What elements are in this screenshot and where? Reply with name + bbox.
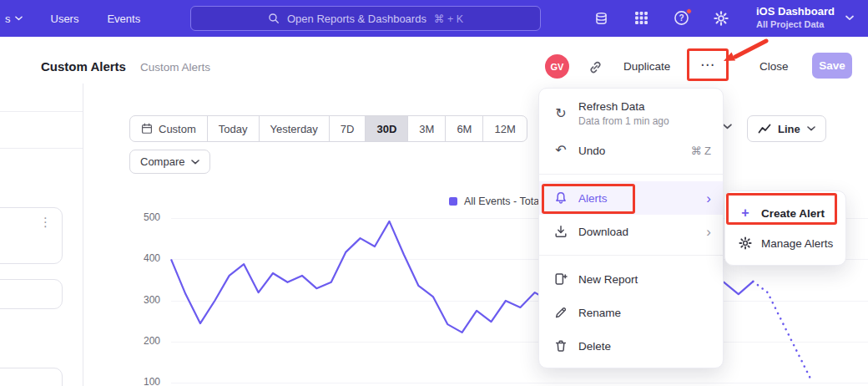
top-navbar: s Users Events Open Reports & Dashboards… — [0, 0, 868, 37]
alerts-submenu: + Create Alert Manage Alerts — [724, 190, 846, 266]
menu-item-shortcut: ⌘ Z — [690, 145, 711, 157]
menu-item-label: Rename — [578, 307, 621, 319]
sidebar-divider — [0, 148, 83, 149]
report-header — [0, 37, 868, 84]
save-button[interactable]: Save — [812, 53, 852, 79]
legend-label: All Events - Total — [464, 196, 542, 207]
help-icon[interactable]: ? — [674, 10, 690, 25]
search-placeholder: Open Reports & Dashboards — [287, 13, 426, 25]
date-range-custom[interactable]: Custom — [130, 116, 207, 141]
chevron-right-icon: › — [706, 191, 711, 206]
y-axis-tick: 500 — [125, 211, 160, 223]
project-switcher[interactable]: iOS Dashboard All Project Data — [756, 5, 835, 29]
breadcrumb: Custom Alerts — [140, 61, 210, 74]
y-axis-tick: 200 — [125, 335, 160, 347]
close-button[interactable]: Close — [760, 60, 789, 73]
y-axis-tick: 100 — [125, 376, 160, 386]
search-icon — [268, 13, 280, 24]
menu-item-rename[interactable]: Rename — [539, 296, 723, 329]
menu-item-label: Delete — [578, 340, 611, 353]
app-root: s Users Events Open Reports & Dashboards… — [0, 0, 868, 386]
date-range-7d[interactable]: 7D — [329, 116, 366, 141]
date-range-12m[interactable]: 12M — [482, 116, 526, 141]
duplicate-button[interactable]: Duplicate — [623, 60, 670, 73]
sidebar-report-card[interactable]: ⋮ — [0, 207, 63, 264]
bell-icon — [553, 191, 569, 205]
undo-icon: ↶ — [553, 144, 569, 157]
menu-divider — [539, 255, 723, 256]
download-icon — [553, 225, 569, 238]
date-range-30d-selected[interactable]: 30D — [365, 116, 407, 141]
submenu-item-manage-alerts[interactable]: Manage Alerts — [725, 228, 845, 258]
avatar[interactable]: GV — [545, 54, 569, 79]
nav-events-label: Events — [107, 13, 140, 25]
chevron-down-icon — [15, 16, 23, 21]
menu-item-label: Refresh Data — [578, 100, 669, 113]
sidebar-report-card[interactable] — [0, 368, 63, 386]
global-search[interactable]: Open Reports & Dashboards ⌘ + K — [190, 6, 541, 31]
nav-item-users[interactable]: Users — [51, 13, 79, 25]
y-axis-tick: 300 — [125, 294, 160, 306]
date-range-label: 30D — [376, 123, 396, 135]
date-range-today[interactable]: Today — [207, 116, 259, 141]
compare-button[interactable]: Compare — [129, 150, 210, 174]
menu-item-label: Undo — [578, 145, 605, 157]
project-title: iOS Dashboard — [756, 5, 835, 18]
menu-item-delete[interactable]: Delete — [539, 329, 723, 363]
kebab-menu-icon[interactable]: ⋮ — [39, 215, 52, 230]
date-range-selector: Custom Today Yesterday 7D 30D 3M 6M 12M — [129, 115, 527, 142]
settings-gear-icon[interactable] — [714, 11, 730, 26]
gear-icon — [737, 236, 754, 250]
nav-partial-label: s — [5, 13, 11, 25]
project-subtitle: All Project Data — [756, 19, 835, 29]
date-range-label: Custom — [159, 123, 196, 135]
date-range-yesterday[interactable]: Yesterday — [259, 116, 329, 141]
chevron-down-icon — [845, 15, 854, 21]
submenu-item-create-alert[interactable]: + Create Alert — [725, 198, 845, 228]
submenu-item-label: Create Alert — [761, 207, 825, 220]
gridline — [171, 342, 868, 343]
menu-item-text: Refresh Data Data from 1 min ago — [578, 100, 669, 127]
refresh-icon: ↻ — [553, 107, 569, 120]
nav-users-label: Users — [51, 13, 79, 25]
nav-item-partial[interactable]: s — [5, 13, 23, 25]
search-shortcut: ⌘ + K — [434, 13, 463, 25]
reports-sidebar: ⋮ — [0, 84, 83, 386]
trash-icon — [553, 339, 569, 353]
svg-text:?: ? — [679, 13, 684, 23]
chart-type-label: Line — [778, 123, 800, 135]
notification-dot — [686, 8, 692, 14]
navbar-left-group: s Users Events — [5, 0, 140, 37]
share-link-icon[interactable] — [588, 60, 603, 74]
menu-item-refresh-data[interactable]: ↻ Refresh Data Data from 1 min ago — [539, 94, 723, 134]
menu-item-label: New Report — [578, 273, 638, 286]
chevron-down-icon[interactable] — [723, 124, 732, 130]
report-options-menu: ↻ Refresh Data Data from 1 min ago ↶ Und… — [538, 88, 724, 368]
date-range-label: 7D — [341, 123, 355, 135]
menu-item-alerts[interactable]: Alerts › — [539, 181, 723, 215]
gridline — [171, 301, 868, 302]
menu-item-new-report[interactable]: New Report — [539, 262, 723, 296]
date-range-label: Today — [219, 123, 248, 135]
data-management-icon[interactable] — [594, 11, 611, 26]
date-range-label: 12M — [494, 123, 515, 135]
menu-item-label: Alerts — [578, 192, 608, 205]
gridline — [171, 383, 868, 383]
chevron-down-icon — [191, 160, 199, 165]
legend-swatch — [449, 197, 457, 206]
more-options-button[interactable]: ⋯ — [692, 53, 724, 76]
chart-type-button[interactable]: Line — [747, 115, 826, 142]
date-range-6m[interactable]: 6M — [445, 116, 482, 141]
menu-item-download[interactable]: Download › — [539, 215, 723, 248]
date-range-label: 3M — [419, 123, 434, 135]
nav-item-events[interactable]: Events — [107, 13, 140, 25]
date-range-3m[interactable]: 3M — [407, 116, 445, 141]
sidebar-report-card[interactable] — [0, 279, 63, 309]
submenu-item-label: Manage Alerts — [761, 237, 833, 250]
plus-icon: + — [737, 206, 754, 220]
menu-divider — [539, 174, 723, 175]
apps-grid-icon[interactable] — [634, 11, 651, 26]
menu-item-undo[interactable]: ↶ Undo ⌘ Z — [539, 134, 723, 167]
new-report-icon — [553, 272, 569, 286]
chevron-down-icon — [807, 126, 815, 131]
